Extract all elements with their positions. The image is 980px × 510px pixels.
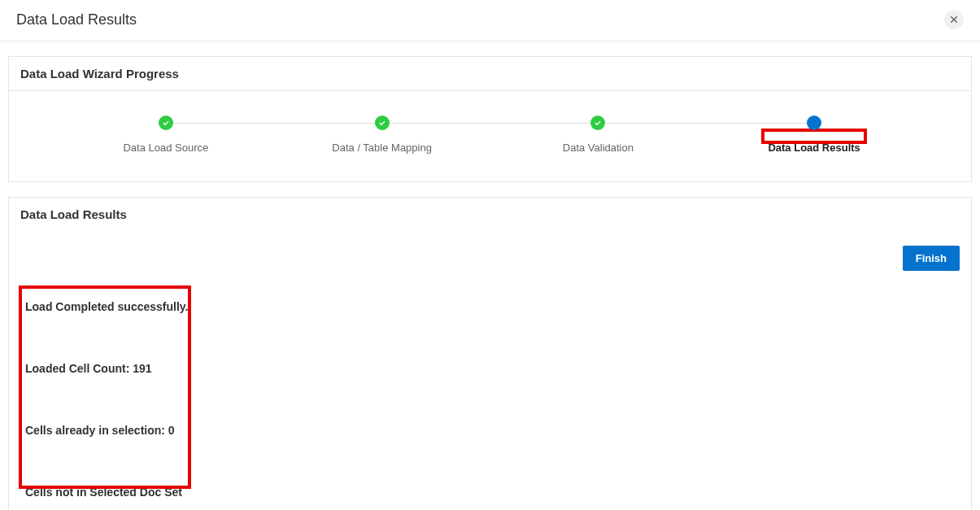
results-body: Finish Load Completed successfully. Load… — [9, 231, 971, 510]
finish-button[interactable]: Finish — [903, 246, 960, 271]
result-line: Load Completed successfully. — [25, 300, 960, 313]
close-icon — [949, 15, 959, 24]
step-label: Data Load Source — [123, 142, 208, 154]
results-text-wrap: Load Completed successfully. Loaded Cell… — [20, 300, 960, 499]
step-connector — [166, 123, 382, 124]
results-panel-title: Data Load Results — [9, 198, 971, 231]
wizard-step-mapping: Data / Table Mapping — [274, 116, 490, 154]
wizard-step-results: Data Load Results — [706, 116, 922, 154]
step-label: Data Validation — [563, 142, 634, 154]
step-connector — [382, 123, 599, 124]
step-indicator-completed — [375, 116, 390, 130]
result-line: Cells not in Selected Doc Set — [25, 486, 960, 499]
results-panel: Data Load Results Finish Load Completed … — [8, 197, 972, 510]
close-button[interactable] — [944, 10, 964, 29]
wizard-panel-title: Data Load Wizard Progress — [9, 57, 971, 91]
step-label: Data / Table Mapping — [332, 142, 432, 154]
page-header: Data Load Results — [0, 0, 980, 41]
action-row: Finish — [20, 246, 960, 271]
step-indicator-current — [807, 116, 821, 130]
wizard-step-validation: Data Validation — [490, 116, 707, 154]
check-icon — [162, 119, 170, 127]
wizard-progress-panel: Data Load Wizard Progress Data Load Sour… — [8, 56, 972, 182]
result-line: Loaded Cell Count: 191 — [25, 362, 960, 375]
check-icon — [594, 119, 602, 127]
page-title: Data Load Results — [16, 11, 137, 28]
wizard-steps: Data Load Source Data / Table Mapping Da… — [9, 91, 971, 181]
step-label: Data Load Results — [768, 142, 860, 154]
check-icon — [378, 119, 386, 127]
step-indicator-completed — [159, 116, 173, 130]
step-connector — [598, 123, 814, 124]
step-indicator-completed — [590, 116, 605, 130]
wizard-step-source: Data Load Source — [58, 116, 274, 154]
result-line: Cells already in selection: 0 — [25, 424, 960, 437]
annotation-highlight — [19, 286, 191, 489]
content-wrap: Data Load Wizard Progress Data Load Sour… — [0, 41, 980, 510]
